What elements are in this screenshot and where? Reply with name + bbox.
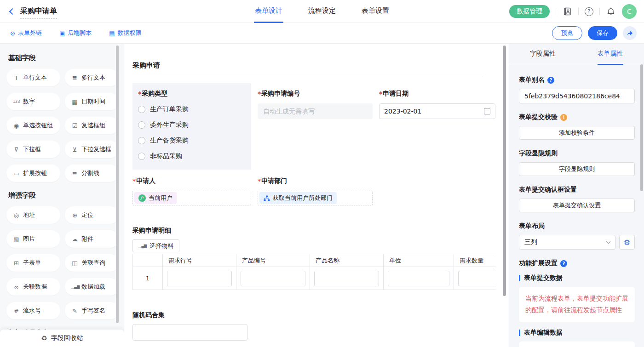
sidebar-item-serial-number[interactable]: #流水号 <box>6 302 60 319</box>
cell-input-unit[interactable] <box>388 271 449 286</box>
sidebar-item-signature[interactable]: ✎手写签名 <box>65 302 119 319</box>
sidebar-item-image[interactable]: ▧图片 <box>6 230 60 248</box>
field-applicant[interactable]: * 申请人 户 当前用户 <box>132 177 251 205</box>
flow-form-warning: 当前为流程表单，表单提交功能扩展的配置，请前往流程发起节点属性 <box>519 287 635 322</box>
tab-flow-setting[interactable]: 流程设定 <box>307 0 337 23</box>
random-code-input[interactable] <box>132 324 247 341</box>
share-button[interactable] <box>623 26 637 40</box>
item-label: 流水号 <box>23 307 41 315</box>
field-recycle-bin[interactable]: ♻ 字段回收站 <box>0 330 124 347</box>
sidebar-item-linked-data[interactable]: ∞关联数据 <box>6 278 60 296</box>
tag-label: 获取当前用户所处部门 <box>273 194 333 202</box>
cell-input-quantity[interactable] <box>458 271 496 286</box>
item-label: 下拉框 <box>23 145 41 154</box>
checkbox-icon: ☑ <box>71 122 78 129</box>
item-label: 地址 <box>23 211 35 219</box>
sidebar-item-single-text[interactable]: T单行文本 <box>6 69 60 86</box>
canvas-scrollbar[interactable] <box>503 46 506 296</box>
applicant-input[interactable]: 户 当前用户 <box>132 191 251 205</box>
field-request-no[interactable]: * 采购申请编号 <box>258 83 373 170</box>
cell-input-line-no[interactable] <box>167 271 232 286</box>
preview-button[interactable]: 预览 <box>552 26 582 40</box>
sidebar-item-datetime[interactable]: ▦日期时间 <box>65 93 119 110</box>
cell-input-product-no[interactable] <box>241 271 305 286</box>
radio-option-outsourced[interactable]: 委外生产采购 <box>138 121 246 129</box>
dropdown-icon: ⊽ <box>13 146 20 153</box>
sidebar-item-dropdown[interactable]: ⊽下拉框 <box>6 141 60 158</box>
tab-form-design[interactable]: 表单设计 <box>254 0 283 23</box>
date-value: 2023-02-01 <box>384 108 421 115</box>
radio-icon: ◉ <box>13 122 20 129</box>
contact-book-icon[interactable] <box>562 6 572 17</box>
avatar[interactable]: C <box>622 4 637 19</box>
help-icon[interactable]: ? <box>585 7 593 16</box>
section-title-basic-fields: 基础字段 <box>8 54 116 63</box>
table-row: 1 <box>133 267 496 290</box>
location-pin-icon: ◎ <box>13 212 20 219</box>
form-alias-input[interactable] <box>519 89 635 103</box>
field-random-code[interactable]: 随机码合集 <box>132 311 483 341</box>
layout-select[interactable]: 三列 <box>519 235 615 250</box>
field-request-date[interactable]: * 申请日期 2023-02-01 <box>379 83 495 170</box>
radio-option-production-order[interactable]: 生产订单采购 <box>138 105 246 114</box>
sidebar-item-attachment[interactable]: ☁附件 <box>65 230 119 248</box>
question-icon[interactable]: ? <box>560 260 567 267</box>
sidebar-item-radio-group[interactable]: ◉单选按钮组 <box>6 117 60 134</box>
back-icon[interactable] <box>9 8 16 14</box>
radio-circle-icon[interactable] <box>138 121 145 129</box>
current-department-tag[interactable]: 获取当前用户所处部门 <box>259 192 337 204</box>
sidebar-item-number[interactable]: 123数字 <box>6 93 60 110</box>
sidebar-item-extend-button[interactable]: ▭扩展按钮 <box>6 165 60 182</box>
page-title[interactable]: 采购申请单 <box>20 6 57 19</box>
select-material-button[interactable]: ▁▄▇ 选择物料 <box>132 239 179 252</box>
submit-confirm-button[interactable]: 表单提交确认设置 <box>519 199 635 212</box>
backend-script-link[interactable]: ▣ 后端脚本 <box>59 29 92 37</box>
field-purchase-type[interactable]: * 采购类型 生产订单采购 委外生产采购 生产备货采购 非标品采购 <box>132 83 251 170</box>
section-divider <box>132 77 483 77</box>
tab-form-properties[interactable]: 表单属性 <box>576 44 644 65</box>
radio-circle-icon[interactable] <box>138 153 145 160</box>
link-icon: ⊘ <box>10 30 15 37</box>
tab-form-setting[interactable]: 表单设置 <box>361 0 390 23</box>
field-label: 申请部门 <box>261 177 287 185</box>
field-label: 随机码合集 <box>132 311 483 319</box>
save-button[interactable]: 保存 <box>588 26 617 40</box>
sidebar-item-data-load[interactable]: ▁▄▇数据加载 <box>65 278 119 296</box>
extension-title: 功能扩展设置 <box>519 259 558 267</box>
sidebar-scrollbar[interactable] <box>116 46 119 323</box>
radio-option-nonstandard[interactable]: 非标品采购 <box>138 152 246 160</box>
add-validation-button[interactable]: 添加校验条件 <box>519 126 635 140</box>
sidebar-item-multi-dropdown[interactable]: ⊻下拉复选框 <box>65 141 119 158</box>
sidebar-item-geolocation[interactable]: ⊕定位 <box>65 206 119 224</box>
panel-scrollbar[interactable] <box>640 64 643 191</box>
tab-field-properties[interactable]: 字段属性 <box>509 44 576 65</box>
field-purchase-detail[interactable]: 采购申请明细 ▁▄▇ 选择物料 需求行号 产品编号 产品名称 单位 需求数量 <box>132 227 483 290</box>
layout-settings-button[interactable]: ⚙ <box>619 235 635 250</box>
divider <box>556 8 556 15</box>
current-user-tag[interactable]: 户 当前用户 <box>134 192 177 204</box>
share-arrow-icon <box>626 30 633 36</box>
sidebar-item-linked-query[interactable]: ◫关联查询 <box>65 254 119 272</box>
radio-circle-icon[interactable] <box>138 137 145 144</box>
sidebar-item-divider[interactable]: ≡分割线 <box>65 165 119 182</box>
radio-circle-icon[interactable] <box>138 106 145 113</box>
notification-bell-icon[interactable] <box>606 6 616 17</box>
visibility-rules-button[interactable]: 字段显隐规则 <box>519 162 635 176</box>
question-icon[interactable]: ? <box>547 77 554 84</box>
cell-input-product-name[interactable] <box>314 271 379 286</box>
link-chain-icon: ∞ <box>13 284 20 290</box>
form-external-link[interactable]: ⊘ 表单外链 <box>10 29 42 37</box>
sidebar-item-multi-text[interactable]: ≣多行文本 <box>65 69 119 86</box>
crosshair-icon: ⊕ <box>71 212 78 219</box>
data-permission-link[interactable]: ▤ 数据权限 <box>109 29 141 37</box>
data-manage-button[interactable]: 数据管理 <box>509 5 550 18</box>
sidebar-item-checkbox-group[interactable]: ☑复选框组 <box>65 117 119 134</box>
date-input[interactable]: 2023-02-01 <box>379 103 495 119</box>
radio-option-stock[interactable]: 生产备货采购 <box>138 137 246 145</box>
sidebar-item-subform[interactable]: ⊞子表单 <box>6 254 60 272</box>
field-label: 采购申请编号 <box>261 90 300 98</box>
sidebar-item-address[interactable]: ◎地址 <box>6 206 60 224</box>
item-label: 关联数据 <box>23 283 47 291</box>
department-input[interactable]: 获取当前用户所处部门 <box>258 191 373 205</box>
field-department[interactable]: * 申请部门 获取当前用户所处部门 <box>258 177 373 205</box>
